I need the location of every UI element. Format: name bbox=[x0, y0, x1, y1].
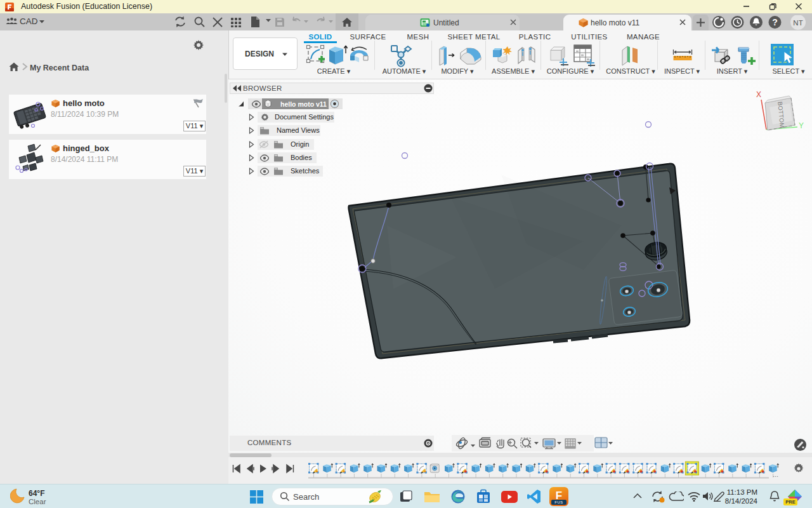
svg-text:?: ? bbox=[772, 17, 778, 27]
svg-text:...: ... bbox=[773, 471, 778, 478]
svg-text:NT: NT bbox=[793, 19, 802, 27]
svg-text:CAD: CAD bbox=[20, 17, 38, 26]
svg-text:Y: Y bbox=[799, 121, 804, 130]
svg-text:X: X bbox=[756, 90, 761, 99]
